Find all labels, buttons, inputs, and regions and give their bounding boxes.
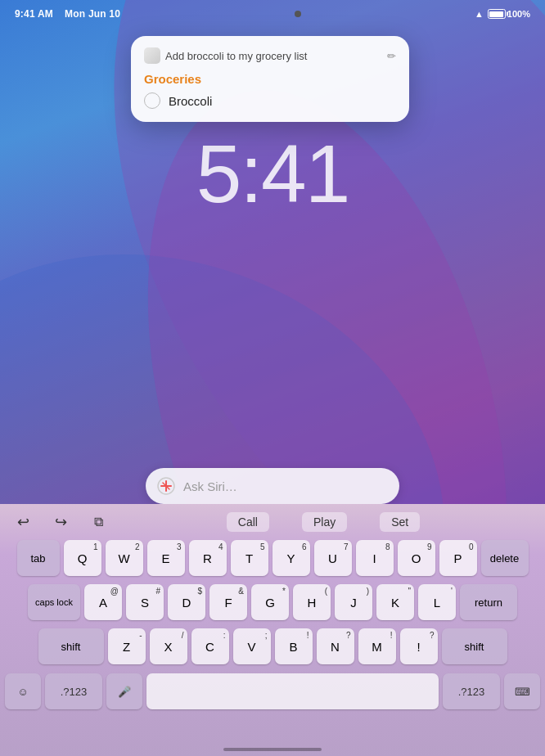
- key-F[interactable]: &F: [209, 584, 247, 620]
- shift-left-key[interactable]: shift: [38, 628, 104, 664]
- reminders-app-icon: [144, 47, 160, 64]
- status-time: 9:41 AM Mon Jun 10: [15, 8, 120, 20]
- key-row-1: tab 1Q 2W 3E 4R 5T 6Y 7U: [3, 540, 542, 576]
- key-O[interactable]: 9O: [398, 540, 435, 576]
- key-K[interactable]: "K: [376, 584, 414, 620]
- lock-screen-time: 5:41: [0, 127, 545, 221]
- play-button[interactable]: Play: [302, 512, 347, 532]
- key-L[interactable]: 'L: [418, 584, 456, 620]
- siri-icon: [157, 477, 175, 495]
- key-U[interactable]: 7U: [314, 540, 352, 576]
- status-icons: ▲ 100%: [475, 9, 530, 19]
- notification-subtitle: Add broccoli to my grocery list: [165, 50, 307, 62]
- item-checkbox[interactable]: [144, 92, 160, 109]
- key-J[interactable]: )J: [335, 584, 372, 620]
- key-E[interactable]: 3E: [147, 540, 185, 576]
- notification-card[interactable]: Add broccoli to my grocery list ✏ Grocer…: [131, 36, 409, 122]
- battery-percent: 100%: [507, 9, 530, 19]
- camera-dot: [295, 11, 301, 17]
- key-I[interactable]: 8I: [356, 540, 394, 576]
- key-X[interactable]: /X: [150, 628, 187, 664]
- key-C[interactable]: :C: [191, 628, 229, 664]
- key-punct[interactable]: ?!: [400, 628, 438, 664]
- key-Q[interactable]: 1Q: [64, 540, 101, 576]
- battery-indicator: 100%: [488, 9, 530, 19]
- status-bar: 9:41 AM Mon Jun 10 ▲ 100%: [0, 0, 545, 23]
- key-Y[interactable]: 6Y: [272, 540, 310, 576]
- copy-button[interactable]: ⧉: [85, 509, 111, 535]
- list-title: Groceries: [144, 72, 396, 86]
- home-indicator: [223, 748, 322, 751]
- key-M[interactable]: !M: [358, 628, 396, 664]
- mic-key[interactable]: 🎤: [106, 673, 142, 709]
- toolbar-actions: Call Play Set: [111, 512, 535, 532]
- siri-bar[interactable]: Ask Siri…: [146, 468, 399, 504]
- item-label: Broccoli: [169, 94, 212, 108]
- key-H[interactable]: (H: [293, 584, 331, 620]
- key-R[interactable]: 4R: [189, 540, 227, 576]
- keyboard: ↩ ↪ ⧉ Call Play Set tab 1Q 2W 3E: [0, 504, 545, 756]
- return-key[interactable]: return: [460, 584, 517, 620]
- notification-item[interactable]: Broccoli: [144, 92, 396, 109]
- notification-header: Add broccoli to my grocery list ✏: [144, 47, 396, 64]
- spacebar-key[interactable]: [146, 673, 439, 709]
- numbers-left-key[interactable]: .?123: [45, 673, 102, 709]
- battery-body: [488, 9, 506, 19]
- key-B[interactable]: !B: [275, 628, 313, 664]
- delete-key[interactable]: delete: [481, 540, 529, 576]
- battery-fill: [489, 11, 503, 17]
- undo-button[interactable]: ↩: [10, 509, 36, 535]
- notification-title-row: Add broccoli to my grocery list: [144, 47, 307, 64]
- numbers-right-key[interactable]: .?123: [443, 673, 500, 709]
- date-text: Mon Jun 10: [65, 8, 120, 20]
- toolbar-left: ↩ ↪ ⧉: [10, 509, 111, 535]
- key-A[interactable]: @A: [84, 584, 122, 620]
- key-S[interactable]: #S: [126, 584, 164, 620]
- caps-lock-key[interactable]: caps lock: [28, 584, 80, 620]
- key-N[interactable]: ?N: [317, 628, 354, 664]
- key-W[interactable]: 2W: [106, 540, 143, 576]
- keyboard-toolbar: ↩ ↪ ⧉ Call Play Set: [0, 504, 545, 540]
- tab-key[interactable]: tab: [17, 540, 60, 576]
- wifi-icon: ▲: [475, 9, 484, 19]
- emoji-key[interactable]: ☺: [5, 673, 41, 709]
- key-G[interactable]: *G: [251, 584, 289, 620]
- key-P[interactable]: 0P: [439, 540, 477, 576]
- key-T[interactable]: 5T: [231, 540, 268, 576]
- shift-right-key[interactable]: shift: [442, 628, 507, 664]
- edit-icon[interactable]: ✏: [387, 50, 396, 62]
- keyboard-switch-key[interactable]: ⌨: [504, 673, 540, 709]
- key-row-3: shift -Z /X :C ;V !B ?N !M: [3, 628, 542, 664]
- key-rows: tab 1Q 2W 3E 4R 5T 6Y 7U: [0, 540, 545, 664]
- time-text: 9:41 AM: [15, 8, 53, 20]
- set-button[interactable]: Set: [380, 512, 420, 532]
- key-Z[interactable]: -Z: [108, 628, 146, 664]
- key-D[interactable]: $D: [168, 584, 205, 620]
- siri-placeholder: Ask Siri…: [183, 479, 237, 493]
- call-button[interactable]: Call: [227, 512, 269, 532]
- redo-button[interactable]: ↪: [47, 509, 74, 535]
- keyboard-bottom-row: ☺ .?123 🎤 .?123 ⌨: [0, 673, 545, 710]
- key-V[interactable]: ;V: [233, 628, 271, 664]
- key-row-2: caps lock @A #S $D &F *G (H )J: [3, 584, 542, 620]
